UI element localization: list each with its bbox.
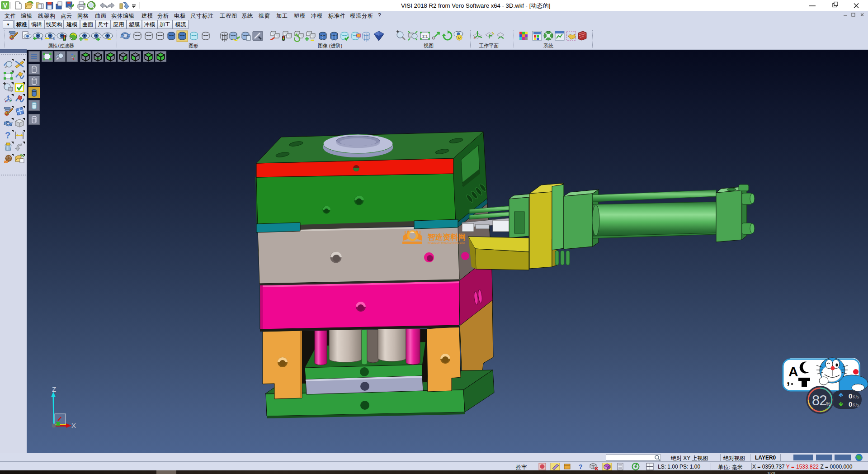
svg-text:0: 0	[849, 400, 852, 408]
svg-text:0: 0	[849, 392, 852, 400]
svg-text:INTELLIGENT MANUFACTURING DATA: INTELLIGENT MANUFACTURING DATA	[428, 242, 465, 244]
svg-text:1:1: 1:1	[422, 34, 428, 38]
svg-text:A: A	[788, 364, 798, 379]
svg-text:Z: Z	[52, 385, 56, 393]
svg-text:%: %	[826, 401, 830, 407]
svg-text:?: ?	[5, 130, 10, 140]
svg-text:K/s: K/s	[853, 403, 859, 408]
svg-text:K/s: K/s	[853, 394, 859, 399]
svg-text:,: ,	[787, 373, 790, 387]
svg-text:82: 82	[812, 393, 826, 408]
svg-text:V: V	[3, 2, 8, 9]
svg-text:?: ?	[579, 463, 583, 470]
svg-text:X: X	[71, 422, 76, 429]
svg-text:智造资料网: 智造资料网	[427, 233, 466, 242]
